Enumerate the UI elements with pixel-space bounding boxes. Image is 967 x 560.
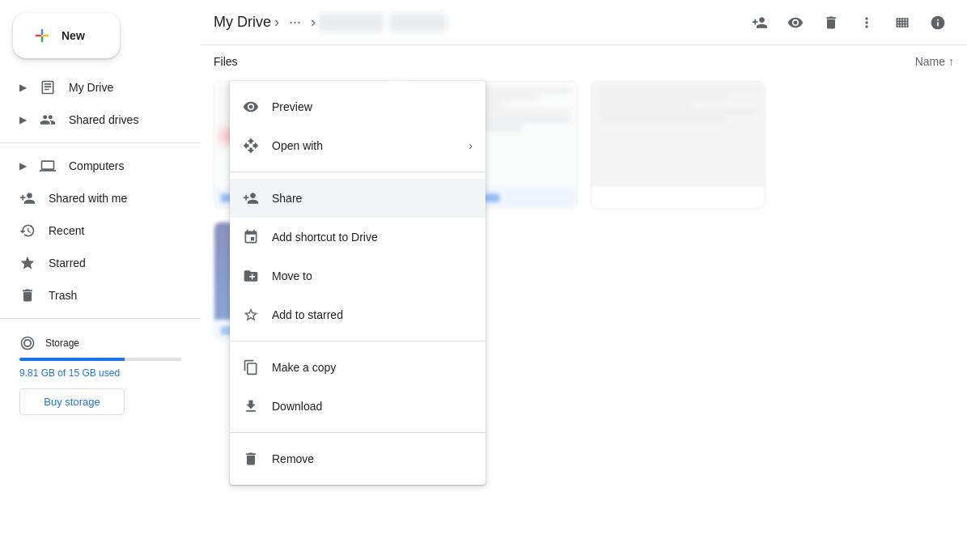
breadcrumb-arrow-2: › bbox=[311, 14, 316, 31]
sidebar-divider-2 bbox=[0, 318, 201, 319]
buy-storage-button[interactable]: Buy storage bbox=[19, 388, 125, 415]
ctx-divider-2 bbox=[230, 341, 486, 342]
context-menu-overlay[interactable]: Preview Open with › Share bbox=[201, 74, 967, 560]
breadcrumb: My Drive › ··· › bbox=[214, 11, 737, 34]
expand-arrow-icon: ▶ bbox=[19, 160, 27, 172]
storage-total: 15 GB used bbox=[69, 367, 120, 379]
add-person-icon bbox=[752, 15, 768, 31]
new-button[interactable]: + New bbox=[13, 13, 120, 58]
sidebar-item-shared-drives[interactable]: ▶ Shared drives bbox=[0, 104, 188, 136]
recent-icon bbox=[19, 223, 36, 239]
sidebar-item-starred-label: Starred bbox=[49, 257, 86, 269]
storage-title: Storage bbox=[45, 337, 79, 349]
expand-arrow-icon: ▶ bbox=[19, 114, 27, 125]
copy-icon bbox=[243, 359, 259, 375]
ctx-add-shortcut-label: Add shortcut to Drive bbox=[272, 231, 378, 244]
sidebar-item-shared-with-me-label: Shared with me bbox=[49, 192, 127, 205]
storage-section: Storage 9.81 GB of 15 GB used Buy storag… bbox=[0, 325, 201, 425]
move-to-icon bbox=[243, 268, 259, 284]
breadcrumb-sub-2 bbox=[390, 14, 447, 32]
info-icon bbox=[930, 15, 946, 31]
ctx-download-label: Download bbox=[272, 400, 322, 413]
sidebar-item-my-drive-label: My Drive bbox=[69, 81, 113, 94]
remove-icon bbox=[243, 451, 259, 467]
more-vert-icon bbox=[859, 15, 875, 31]
view-icon bbox=[787, 15, 804, 31]
open-with-icon bbox=[243, 138, 259, 154]
storage-bar bbox=[19, 358, 181, 361]
storage-used: 9.81 GB of bbox=[19, 367, 66, 379]
ctx-item-move-to[interactable]: Move to bbox=[230, 257, 486, 295]
ctx-make-copy-label: Make a copy bbox=[272, 361, 336, 374]
grid-icon bbox=[894, 15, 910, 31]
sort-direction-icon: ↑ bbox=[948, 55, 954, 68]
trash-icon bbox=[19, 287, 36, 303]
grid-view-button[interactable] bbox=[886, 6, 918, 39]
delete-icon bbox=[823, 15, 839, 31]
ctx-item-open-with[interactable]: Open with › bbox=[230, 126, 486, 165]
add-shortcut-icon bbox=[243, 229, 259, 245]
storage-label: Storage bbox=[19, 335, 181, 351]
ctx-item-make-copy[interactable]: Make a copy bbox=[230, 348, 486, 387]
sidebar-item-trash-label: Trash bbox=[49, 289, 77, 302]
new-button-wrapper: + New bbox=[0, 6, 201, 71]
files-section-title: Files bbox=[214, 55, 238, 68]
shared-with-me-icon bbox=[19, 190, 36, 206]
ctx-item-add-shortcut[interactable]: Add shortcut to Drive bbox=[230, 218, 486, 257]
ctx-open-with-label: Open with bbox=[272, 139, 323, 152]
ctx-item-remove[interactable]: Remove bbox=[230, 439, 486, 478]
drive-icon bbox=[40, 79, 56, 95]
sidebar-item-starred[interactable]: Starred bbox=[0, 247, 188, 279]
topbar: My Drive › ··· › bbox=[201, 0, 967, 45]
info-button[interactable] bbox=[922, 6, 954, 39]
sidebar-item-recent[interactable]: Recent bbox=[0, 214, 188, 247]
expand-arrow-icon: ▶ bbox=[19, 82, 27, 93]
ctx-arrow-icon: › bbox=[469, 139, 473, 152]
files-header: Files Name ↑ bbox=[201, 45, 967, 74]
files-area: ▓▓▓▓▓▓▓▓▓▓▓▓▓▓▓▓▓ bbox=[201, 74, 967, 560]
topbar-actions bbox=[744, 6, 954, 39]
app-container: + New ▶ My Drive ▶ Shared bbox=[0, 0, 967, 560]
sidebar: + New ▶ My Drive ▶ Shared bbox=[0, 0, 201, 560]
preview-icon bbox=[243, 99, 259, 115]
context-menu: Preview Open with › Share bbox=[230, 81, 486, 485]
storage-text: 9.81 GB of 15 GB used bbox=[19, 367, 181, 379]
ctx-item-download[interactable]: Download bbox=[230, 387, 486, 426]
ctx-item-share[interactable]: Share bbox=[230, 179, 486, 218]
sidebar-item-trash[interactable]: Trash bbox=[0, 279, 188, 312]
download-icon bbox=[243, 398, 259, 414]
delete-button[interactable] bbox=[815, 6, 847, 39]
computers-icon bbox=[40, 158, 56, 174]
shared-drives-icon bbox=[40, 112, 56, 128]
sidebar-navigation: ▶ My Drive ▶ Shared drives ▶ Computers S… bbox=[0, 71, 201, 319]
breadcrumb-more-button[interactable]: ··· bbox=[282, 11, 307, 34]
add-person-button[interactable] bbox=[744, 6, 776, 39]
ctx-divider-1 bbox=[230, 172, 486, 172]
breadcrumb-my-drive[interactable]: My Drive bbox=[214, 14, 271, 31]
ctx-remove-label: Remove bbox=[272, 452, 314, 465]
ctx-item-add-starred[interactable]: Add to starred bbox=[230, 295, 486, 334]
ctx-move-to-label: Move to bbox=[272, 269, 312, 282]
sidebar-item-computers-label: Computers bbox=[69, 159, 124, 172]
breadcrumb-arrow-1: › bbox=[274, 14, 279, 31]
sidebar-item-shared-drives-label: Shared drives bbox=[69, 113, 138, 126]
ctx-item-preview[interactable]: Preview bbox=[230, 87, 486, 126]
sort-label-text: Name bbox=[915, 55, 945, 68]
sidebar-item-computers[interactable]: ▶ Computers bbox=[0, 150, 188, 182]
ctx-divider-3 bbox=[230, 432, 486, 433]
view-details-button[interactable] bbox=[779, 6, 812, 39]
sidebar-item-my-drive[interactable]: ▶ My Drive bbox=[0, 71, 188, 104]
star-icon bbox=[243, 307, 259, 323]
more-options-button[interactable] bbox=[850, 6, 883, 39]
sidebar-item-shared-with-me[interactable]: Shared with me bbox=[0, 182, 188, 214]
ctx-preview-label: Preview bbox=[272, 100, 312, 113]
ctx-share-label: Share bbox=[272, 192, 302, 205]
new-button-label: New bbox=[61, 29, 85, 42]
sort-control[interactable]: Name ↑ bbox=[915, 55, 954, 68]
starred-icon bbox=[19, 255, 36, 271]
sidebar-item-recent-label: Recent bbox=[49, 224, 84, 237]
sidebar-divider-1 bbox=[0, 142, 201, 143]
storage-bar-container bbox=[19, 358, 181, 361]
google-plus-icon: + bbox=[32, 26, 52, 45]
breadcrumb-sub-1 bbox=[319, 14, 384, 32]
